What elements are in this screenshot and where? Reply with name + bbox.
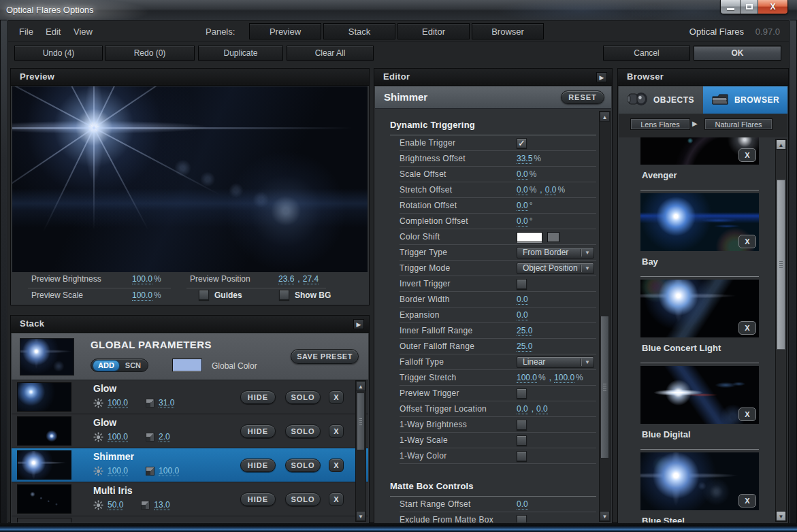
scroll-down-icon[interactable]: ▼ — [356, 511, 365, 521]
checkbox[interactable] — [517, 435, 527, 446]
add-mode-button[interactable]: ADD — [93, 361, 119, 371]
breadcrumb-natural-flares[interactable]: Natural Flares — [704, 118, 772, 130]
global-color-swatch[interactable] — [172, 359, 202, 371]
tab-objects[interactable]: OBJECTS — [619, 86, 703, 114]
title-bar[interactable]: Optical Flares Options X — [0, 0, 797, 20]
close-button[interactable]: X — [758, 0, 787, 14]
remove-button[interactable]: X — [329, 459, 344, 472]
browser-item[interactable]: XBlue Steel — [640, 449, 759, 522]
guides-checkbox[interactable] — [199, 290, 209, 300]
stack-brightness-value[interactable]: 100.0 — [108, 432, 128, 442]
scroll-up-icon[interactable]: ▲ — [600, 112, 610, 122]
editor-value-field[interactable]: 0.0 — [545, 185, 557, 195]
duplicate-button[interactable]: Duplicate — [198, 46, 283, 61]
preview-brightness-value[interactable]: 100.0% — [132, 274, 161, 284]
scroll-up-icon[interactable]: ▲ — [776, 139, 786, 150]
hide-button[interactable]: HIDE — [240, 459, 276, 472]
browser-item-thumbnail[interactable]: X — [640, 452, 759, 510]
solo-button[interactable]: SOLO — [285, 425, 321, 438]
color-swatch[interactable] — [547, 232, 559, 242]
editor-value-field[interactable]: 25.0 — [517, 326, 532, 336]
editor-value-field[interactable]: 100.0 — [517, 373, 537, 383]
editor-scrollbar[interactable]: ▲ ▼ — [599, 111, 611, 522]
clear-all-button[interactable]: Clear All — [287, 46, 374, 61]
save-preset-button[interactable]: SAVE PRESET — [291, 349, 359, 364]
preview-image[interactable] — [12, 86, 368, 272]
solo-button[interactable]: SOLO — [285, 493, 321, 506]
browser-item[interactable]: XAvenger — [640, 137, 759, 180]
remove-button[interactable]: X — [329, 390, 344, 404]
scrollbar-thumb[interactable] — [600, 316, 609, 459]
editor-value-field[interactable]: 0.0 — [517, 499, 528, 510]
blend-mode-toggle[interactable]: ADD SCN — [91, 359, 148, 372]
stack-scale-value[interactable]: 100.0 — [159, 466, 179, 476]
browser-item-thumbnail[interactable]: X — [640, 193, 759, 251]
editor-dropdown[interactable]: From Border▼ — [517, 247, 594, 259]
browser-item[interactable]: XBlue Concert Light — [640, 276, 759, 353]
panel-toggle-preview[interactable]: Preview — [249, 23, 321, 39]
stack-scale-value[interactable]: 2.0 — [159, 432, 170, 442]
stack-scale-value[interactable]: 31.0 — [159, 398, 174, 408]
scrollbar-thumb[interactable] — [357, 393, 365, 450]
reset-button[interactable]: RESET — [561, 90, 604, 104]
checked-checkbox[interactable]: ✓ — [517, 138, 527, 148]
editor-value-field[interactable]: 33.5 — [517, 154, 532, 164]
hide-button[interactable]: HIDE — [240, 425, 276, 438]
remove-button[interactable]: X — [738, 235, 756, 248]
browser-item-thumbnail[interactable]: X — [640, 137, 759, 165]
panel-toggle-stack[interactable]: Stack — [323, 23, 395, 39]
editor-value-field[interactable]: 0.0 — [517, 216, 528, 227]
ok-button[interactable]: OK — [694, 46, 781, 61]
show-bg-checkbox[interactable] — [279, 290, 289, 300]
stack-row[interactable]: Multi Iris50.013.0HIDESOLOX — [12, 482, 368, 516]
editor-dropdown[interactable]: Object Position▼ — [517, 263, 594, 274]
browser-item-thumbnail[interactable]: X — [640, 280, 759, 337]
panel-toggle-browser[interactable]: Browser — [472, 23, 544, 39]
checkbox[interactable] — [517, 279, 527, 289]
browser-item-thumbnail[interactable]: X — [640, 366, 759, 424]
menu-edit[interactable]: Edit — [46, 27, 61, 37]
checkbox[interactable] — [517, 388, 527, 399]
editor-value-field[interactable]: 0.0 — [517, 404, 528, 414]
browser-item[interactable]: XBlue Digital — [640, 363, 759, 439]
browser-scrollbar[interactable]: ▲ ▼ — [775, 139, 787, 522]
stack-brightness-value[interactable]: 100.0 — [108, 466, 128, 476]
remove-button[interactable]: X — [738, 494, 756, 508]
solo-button[interactable]: SOLO — [285, 390, 321, 404]
scrollbar-thumb[interactable] — [777, 180, 785, 350]
minimize-button[interactable] — [721, 0, 741, 14]
browser-item[interactable]: XBay — [640, 190, 759, 267]
editor-value-field[interactable]: 0.0 — [517, 201, 528, 211]
stack-scale-value[interactable]: 13.0 — [154, 500, 169, 510]
panel-toggle-editor[interactable]: Editor — [397, 23, 470, 39]
hide-button[interactable]: HIDE — [240, 390, 276, 404]
stack-scrollbar[interactable]: ▲ ▼ — [355, 380, 366, 522]
checkbox[interactable] — [517, 420, 527, 430]
editor-expand-icon[interactable]: ▶ — [596, 72, 607, 82]
hide-button[interactable]: HIDE — [240, 493, 276, 506]
checkbox[interactable] — [517, 515, 527, 523]
remove-button[interactable]: X — [329, 425, 344, 438]
menu-view[interactable]: View — [74, 27, 93, 37]
remove-button[interactable]: X — [738, 148, 756, 162]
preview-position-value[interactable]: 23.6,27.4 — [278, 274, 319, 284]
maximize-button[interactable] — [741, 0, 758, 14]
color-swatch[interactable] — [517, 232, 542, 242]
stack-row[interactable]: Glow100.031.0HIDESOLOX — [12, 380, 368, 414]
cancel-button[interactable]: Cancel — [603, 46, 690, 61]
editor-value-field[interactable]: 0.0 — [517, 310, 528, 320]
solo-button[interactable]: SOLO — [285, 459, 321, 472]
tab-browser[interactable]: BROWSER — [703, 86, 787, 114]
redo-button[interactable]: Redo (0) — [105, 46, 195, 61]
editor-value-field[interactable]: 0.0 — [517, 185, 528, 195]
editor-value-field[interactable]: 25.0 — [517, 342, 532, 352]
remove-button[interactable]: X — [738, 321, 756, 335]
checkbox[interactable] — [517, 451, 527, 461]
editor-value-field[interactable]: 100.0 — [554, 373, 574, 383]
stack-row[interactable]: Glow100.02.0HIDESOLOX — [12, 414, 368, 448]
stack-brightness-value[interactable]: 100.0 — [108, 398, 128, 408]
stack-expand-icon[interactable]: ▶ — [353, 319, 364, 329]
editor-dropdown[interactable]: Linear▼ — [517, 356, 594, 368]
stack-brightness-value[interactable]: 50.0 — [108, 500, 123, 510]
scn-mode-button[interactable]: SCN — [120, 361, 146, 371]
